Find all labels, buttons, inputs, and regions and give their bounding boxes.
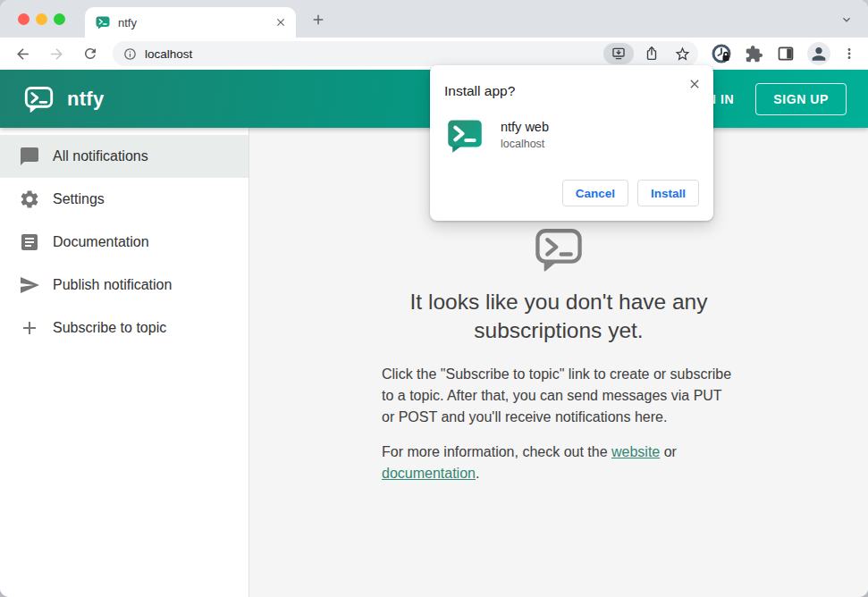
share-icon[interactable] — [639, 42, 664, 65]
tab-ntfy[interactable]: ntfy — [85, 7, 296, 38]
ntfy-app-icon — [447, 118, 483, 154]
reload-icon[interactable] — [73, 40, 107, 67]
more-info-text: . — [476, 466, 479, 481]
app-title: ntfy — [67, 88, 105, 111]
install-button[interactable]: Install — [637, 180, 699, 206]
sidebar-item-label: Settings — [53, 191, 105, 207]
extensions-puzzle-icon[interactable] — [741, 45, 766, 63]
tab-close-icon[interactable] — [274, 16, 287, 29]
more-info-text: For more information, check out the — [382, 444, 611, 459]
gear-icon — [19, 189, 40, 210]
traffic-lights — [18, 13, 65, 25]
sidebar-item-label: Publish notification — [53, 277, 172, 293]
side-panel-icon[interactable] — [773, 45, 798, 63]
plus-icon — [19, 317, 40, 339]
sidebar-item-label: Documentation — [53, 234, 149, 250]
tab-strip: ntfy — [0, 0, 868, 38]
tab-title: ntfy — [118, 16, 274, 29]
dialog-close-icon[interactable] — [687, 76, 703, 92]
site-info-icon[interactable] — [123, 47, 137, 61]
privacy-extension-icon[interactable] — [709, 43, 734, 64]
close-window-button[interactable] — [18, 13, 29, 25]
empty-state-heading: It looks like you don't have any subscri… — [382, 288, 736, 345]
documentation-link[interactable]: documentation — [382, 466, 476, 481]
forward-icon[interactable] — [39, 40, 73, 67]
article-icon — [19, 231, 40, 253]
tab-list-chevron-icon[interactable] — [839, 13, 854, 27]
zoom-window-button[interactable] — [54, 13, 65, 25]
back-icon[interactable] — [5, 40, 39, 67]
sidebar-item-subscribe-to-topic[interactable]: Subscribe to topic — [0, 307, 249, 349]
sidebar-item-settings[interactable]: Settings — [0, 178, 249, 221]
install-app-icon[interactable] — [603, 43, 634, 64]
sidebar-item-publish-notification[interactable]: Publish notification — [0, 264, 249, 307]
tab-favicon — [96, 15, 110, 29]
sidebar-item-label: Subscribe to topic — [53, 320, 166, 336]
sidebar-item-documentation[interactable]: Documentation — [0, 221, 249, 264]
cancel-button[interactable]: Cancel — [562, 180, 628, 206]
ntfy-logo-icon — [23, 83, 55, 114]
empty-state-more-info: For more information, check out the webs… — [382, 441, 736, 484]
website-link[interactable]: website — [611, 444, 660, 459]
browser-menu-icon[interactable] — [839, 46, 859, 62]
empty-state-paragraph: Click the "Subscribe to topic" link to c… — [382, 364, 736, 428]
address-bar[interactable]: localhost — [113, 41, 698, 66]
sidebar: All notifications Settings Documentation… — [0, 128, 249, 597]
more-info-text: or — [660, 444, 677, 459]
ntfy-gray-logo-icon — [533, 224, 585, 276]
sign-up-button[interactable]: SIGN UP — [755, 83, 847, 115]
install-app-dialog: Install app? ntfy web localhost — [430, 65, 713, 221]
install-app-origin: localhost — [501, 138, 549, 150]
profile-avatar[interactable] — [805, 42, 832, 65]
new-tab-button[interactable] — [309, 11, 327, 29]
sidebar-item-label: All notifications — [53, 148, 148, 164]
install-app-name: ntfy web — [501, 120, 549, 134]
browser-window: ntfy localhost — [0, 0, 868, 597]
sidebar-item-all-notifications[interactable]: All notifications — [0, 135, 249, 178]
chat-bubble-icon — [19, 146, 40, 167]
install-dialog-title: Install app? — [444, 83, 699, 99]
bookmark-star-icon[interactable] — [670, 42, 695, 65]
address-text[interactable]: localhost — [145, 47, 603, 61]
send-icon — [19, 274, 40, 296]
minimize-window-button[interactable] — [36, 13, 47, 25]
